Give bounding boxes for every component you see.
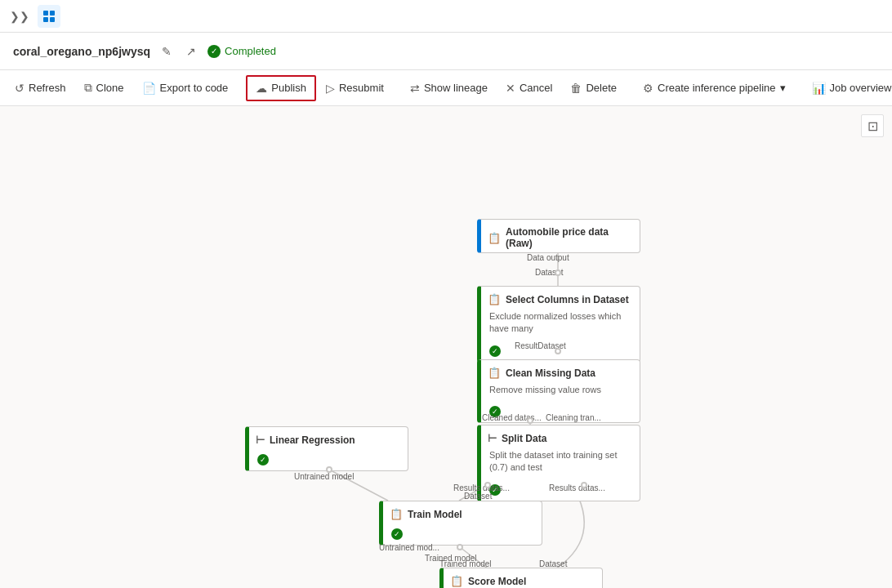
connector-dot bbox=[326, 466, 332, 473]
connector-dot bbox=[555, 348, 561, 354]
automobile-node[interactable]: 📋 Automobile price data (Raw) bbox=[477, 219, 640, 253]
success-icon: ✓ bbox=[489, 345, 501, 357]
train-icon: 📋 bbox=[390, 508, 403, 520]
linear-regression-node[interactable]: ⊢ Linear Regression ✓ bbox=[245, 426, 408, 471]
status-badge: ✓ Completed bbox=[207, 45, 276, 58]
export-button[interactable]: 📄 Export to code bbox=[134, 77, 237, 100]
job-icon: 📊 bbox=[812, 82, 826, 95]
success-icon: ✓ bbox=[391, 528, 403, 540]
score-icon: 📋 bbox=[450, 575, 463, 587]
split-icon: ⊢ bbox=[488, 432, 497, 444]
status-icon: ✓ bbox=[207, 45, 221, 58]
cancel-icon: ✕ bbox=[506, 82, 515, 95]
clean-icon: 📋 bbox=[488, 367, 501, 379]
node-header: 📋 Select Columns in Dataset bbox=[481, 287, 640, 309]
svg-rect-0 bbox=[43, 11, 48, 16]
collapse-sidebar-button[interactable]: ❯❯ bbox=[8, 5, 31, 28]
chevron-down-icon: ▾ bbox=[780, 82, 786, 94]
clean-output2-label: Cleaning tran... bbox=[546, 413, 601, 422]
regression-output-label: Untrained model bbox=[294, 472, 354, 481]
refresh-icon: ↺ bbox=[15, 82, 25, 95]
dataset-icon: 📋 bbox=[488, 232, 501, 244]
page-header: coral_oregano_np6jwysq ✎ ↗ ✓ Completed bbox=[0, 33, 892, 70]
connector-dot bbox=[527, 417, 533, 424]
success-icon: ✓ bbox=[257, 454, 269, 466]
toolbar: ↺ Refresh ⧉ Clone 📄 Export to code ☁ Pub… bbox=[0, 70, 892, 106]
connector-dot bbox=[457, 544, 463, 550]
connector-dot bbox=[555, 270, 561, 276]
delete-icon: 🗑 bbox=[570, 82, 582, 95]
score-input2-label: Dataset bbox=[539, 559, 567, 568]
resubmit-icon: ▷ bbox=[326, 82, 335, 95]
train-input1-label: Untrained mod... bbox=[379, 543, 439, 552]
connector-dot bbox=[484, 482, 491, 488]
share-button[interactable]: ↗ bbox=[183, 43, 199, 60]
node-header: 📋 Automobile price data (Raw) bbox=[481, 220, 640, 252]
score-model-node[interactable]: 📋 Score Model ✓ bbox=[439, 568, 603, 588]
automobile-output-label: Data output bbox=[527, 253, 569, 262]
split-output2-label: Results datas... bbox=[549, 483, 605, 492]
publish-button[interactable]: ☁ Publish bbox=[246, 75, 316, 101]
train-model-node[interactable]: 📋 Train Model ✓ bbox=[379, 501, 542, 546]
publish-icon: ☁ bbox=[256, 82, 267, 95]
node-status: ✓ bbox=[383, 523, 542, 545]
select-icon: 📋 bbox=[488, 293, 501, 305]
node-header: 📋 Train Model bbox=[383, 501, 542, 523]
node-header: ⊢ Linear Regression bbox=[249, 427, 408, 449]
node-body: Split the dataset into training set (0.7… bbox=[481, 448, 640, 479]
node-header: 📋 Score Model bbox=[444, 568, 602, 588]
cancel-button[interactable]: ✕ Cancel bbox=[497, 77, 560, 100]
edit-title-button[interactable]: ✎ bbox=[158, 43, 175, 60]
job-overview-button[interactable]: 📊 Job overview bbox=[804, 77, 892, 100]
expand-icon: ⊡ bbox=[867, 118, 878, 134]
regression-icon: ⊢ bbox=[256, 434, 265, 446]
svg-rect-2 bbox=[43, 17, 48, 22]
pipeline-icon bbox=[38, 5, 60, 28]
lineage-icon: ⇄ bbox=[410, 82, 420, 95]
clone-button[interactable]: ⧉ Clone bbox=[76, 76, 132, 100]
page-title: coral_oregano_np6jwysq bbox=[13, 45, 150, 58]
svg-rect-1 bbox=[50, 11, 55, 16]
node-header: ⊢ Split Data bbox=[481, 425, 640, 448]
delete-button[interactable]: 🗑 Delete bbox=[562, 77, 625, 100]
svg-rect-3 bbox=[50, 17, 55, 22]
score-input1-label: Trained model bbox=[439, 559, 492, 568]
export-icon: 📄 bbox=[142, 82, 156, 95]
train-input2-label: Dataset bbox=[464, 492, 492, 501]
node-body: Remove missing value rows bbox=[481, 382, 640, 401]
clone-icon: ⧉ bbox=[84, 81, 92, 95]
pipeline-canvas[interactable]: 📋 Automobile price data (Raw) Data outpu… bbox=[0, 106, 892, 588]
top-bar: ❯❯ bbox=[0, 0, 892, 33]
show-lineage-button[interactable]: ⇄ Show lineage bbox=[402, 77, 496, 100]
expand-button[interactable]: ⊡ bbox=[861, 114, 884, 137]
resubmit-button[interactable]: ▷ Resubmit bbox=[318, 77, 392, 100]
create-inference-button[interactable]: ⚙ Create inference pipeline ▾ bbox=[635, 77, 794, 100]
refresh-button[interactable]: ↺ Refresh bbox=[7, 77, 74, 100]
node-header: 📋 Clean Missing Data bbox=[481, 360, 640, 382]
connector-dot bbox=[581, 482, 587, 488]
inference-icon: ⚙ bbox=[643, 82, 653, 95]
node-body: Exclude normalized losses which have man… bbox=[481, 309, 640, 341]
